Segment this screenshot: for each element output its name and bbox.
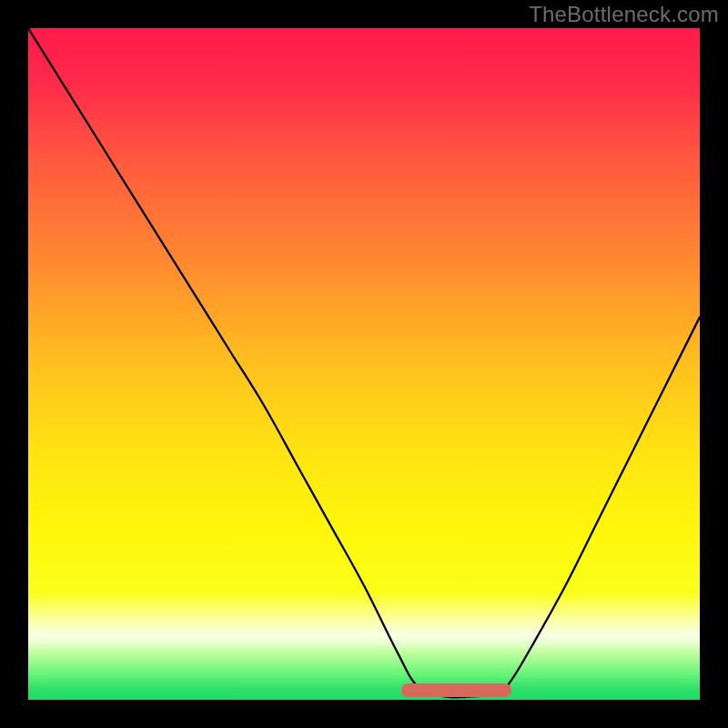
plot-area (28, 28, 700, 700)
bottleneck-curve (28, 28, 700, 700)
optimal-range-marker (401, 683, 512, 697)
watermark-label: TheBottleneck.com (529, 2, 719, 27)
chart-frame: TheBottleneck.com (0, 0, 728, 728)
